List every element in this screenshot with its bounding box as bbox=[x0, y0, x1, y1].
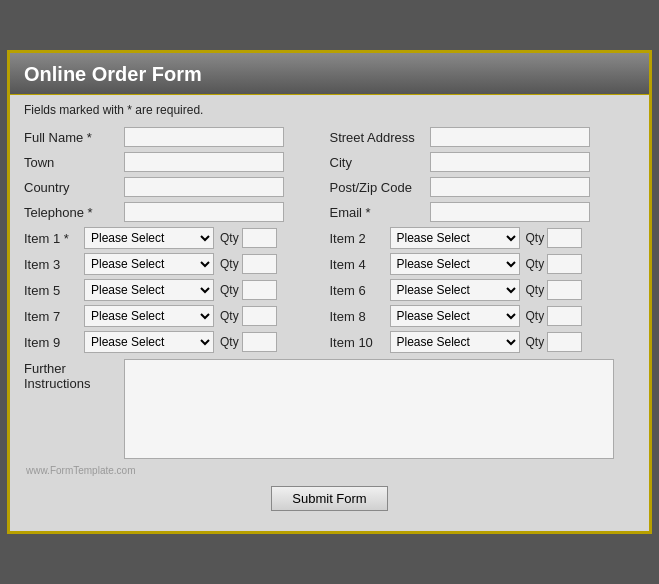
further-instructions-row: Further Instructions bbox=[24, 359, 635, 459]
item-select-9[interactable]: Please Select bbox=[84, 331, 214, 353]
item-col-6: Item 6Please SelectQty bbox=[330, 279, 636, 301]
col-town: Town bbox=[24, 152, 330, 172]
form-header: Online Order Form bbox=[10, 53, 649, 95]
item-label-6: Item 6 bbox=[330, 283, 390, 298]
city-input[interactable] bbox=[430, 152, 590, 172]
item-select-7[interactable]: Please Select bbox=[84, 305, 214, 327]
qty-label-8: Qty bbox=[526, 309, 545, 323]
col-postzip: Post/Zip Code bbox=[330, 177, 636, 197]
item-col-5: Item 5Please SelectQty bbox=[24, 279, 330, 301]
telephone-input[interactable] bbox=[124, 202, 284, 222]
required-note: Fields marked with * are required. bbox=[24, 103, 635, 117]
item-label-8: Item 8 bbox=[330, 309, 390, 324]
telephone-label: Telephone * bbox=[24, 205, 124, 220]
town-label: Town bbox=[24, 155, 124, 170]
postzip-label: Post/Zip Code bbox=[330, 180, 430, 195]
col-telephone: Telephone * bbox=[24, 202, 330, 222]
item-label-10: Item 10 bbox=[330, 335, 390, 350]
qty-label-4: Qty bbox=[526, 257, 545, 271]
page-title: Online Order Form bbox=[24, 63, 635, 86]
qty-label-9: Qty bbox=[220, 335, 239, 349]
item-row-2: Item 3Please SelectQtyItem 4Please Selec… bbox=[24, 253, 635, 275]
qty-input-9[interactable] bbox=[242, 332, 277, 352]
further-instructions-textarea[interactable] bbox=[124, 359, 614, 459]
qty-label-2: Qty bbox=[526, 231, 545, 245]
qty-input-4[interactable] bbox=[547, 254, 582, 274]
qty-label-6: Qty bbox=[526, 283, 545, 297]
qty-input-6[interactable] bbox=[547, 280, 582, 300]
fullname-label: Full Name * bbox=[24, 130, 124, 145]
item-select-3[interactable]: Please Select bbox=[84, 253, 214, 275]
fullname-input[interactable] bbox=[124, 127, 284, 147]
street-label: Street Address bbox=[330, 130, 430, 145]
qty-input-2[interactable] bbox=[547, 228, 582, 248]
city-label: City bbox=[330, 155, 430, 170]
item-select-4[interactable]: Please Select bbox=[390, 253, 520, 275]
item-row-3: Item 5Please SelectQtyItem 6Please Selec… bbox=[24, 279, 635, 301]
qty-label-3: Qty bbox=[220, 257, 239, 271]
qty-label-7: Qty bbox=[220, 309, 239, 323]
row-country-postzip: Country Post/Zip Code bbox=[24, 177, 635, 197]
col-email: Email * bbox=[330, 202, 636, 222]
item-col-8: Item 8Please SelectQty bbox=[330, 305, 636, 327]
qty-label-5: Qty bbox=[220, 283, 239, 297]
item-col-2: Item 2Please SelectQty bbox=[330, 227, 636, 249]
row-telephone-email: Telephone * Email * bbox=[24, 202, 635, 222]
item-select-1[interactable]: Please Select bbox=[84, 227, 214, 249]
email-input[interactable] bbox=[430, 202, 590, 222]
further-instructions-label: Further Instructions bbox=[24, 361, 124, 391]
item-row-1: Item 1 *Please SelectQtyItem 2Please Sel… bbox=[24, 227, 635, 249]
item-select-8[interactable]: Please Select bbox=[390, 305, 520, 327]
qty-input-3[interactable] bbox=[242, 254, 277, 274]
item-select-2[interactable]: Please Select bbox=[390, 227, 520, 249]
item-col-4: Item 4Please SelectQty bbox=[330, 253, 636, 275]
qty-label-10: Qty bbox=[526, 335, 545, 349]
col-street: Street Address bbox=[330, 127, 636, 147]
item-select-5[interactable]: Please Select bbox=[84, 279, 214, 301]
town-input[interactable] bbox=[124, 152, 284, 172]
item-select-10[interactable]: Please Select bbox=[390, 331, 520, 353]
country-input[interactable] bbox=[124, 177, 284, 197]
item-col-1: Item 1 *Please SelectQty bbox=[24, 227, 330, 249]
item-select-6[interactable]: Please Select bbox=[390, 279, 520, 301]
postzip-input[interactable] bbox=[430, 177, 590, 197]
item-label-9: Item 9 bbox=[24, 335, 84, 350]
qty-input-10[interactable] bbox=[547, 332, 582, 352]
watermark: www.FormTemplate.com bbox=[24, 465, 635, 476]
submit-row: Submit Form bbox=[24, 480, 635, 521]
item-label-3: Item 3 bbox=[24, 257, 84, 272]
item-row-5: Item 9Please SelectQtyItem 10Please Sele… bbox=[24, 331, 635, 353]
col-country: Country bbox=[24, 177, 330, 197]
row-fullname-street: Full Name * Street Address bbox=[24, 127, 635, 147]
row-town-city: Town City bbox=[24, 152, 635, 172]
item-label-5: Item 5 bbox=[24, 283, 84, 298]
item-col-9: Item 9Please SelectQty bbox=[24, 331, 330, 353]
form-container: Online Order Form Fields marked with * a… bbox=[7, 50, 652, 534]
qty-label-1: Qty bbox=[220, 231, 239, 245]
submit-button[interactable]: Submit Form bbox=[271, 486, 387, 511]
street-input[interactable] bbox=[430, 127, 590, 147]
item-col-3: Item 3Please SelectQty bbox=[24, 253, 330, 275]
item-col-7: Item 7Please SelectQty bbox=[24, 305, 330, 327]
col-city: City bbox=[330, 152, 636, 172]
qty-input-8[interactable] bbox=[547, 306, 582, 326]
qty-input-5[interactable] bbox=[242, 280, 277, 300]
item-row-4: Item 7Please SelectQtyItem 8Please Selec… bbox=[24, 305, 635, 327]
item-col-10: Item 10Please SelectQty bbox=[330, 331, 636, 353]
item-label-1: Item 1 * bbox=[24, 231, 84, 246]
items-container: Item 1 *Please SelectQtyItem 2Please Sel… bbox=[24, 227, 635, 353]
email-label: Email * bbox=[330, 205, 430, 220]
country-label: Country bbox=[24, 180, 124, 195]
qty-input-7[interactable] bbox=[242, 306, 277, 326]
qty-input-1[interactable] bbox=[242, 228, 277, 248]
item-label-7: Item 7 bbox=[24, 309, 84, 324]
item-label-2: Item 2 bbox=[330, 231, 390, 246]
col-fullname: Full Name * bbox=[24, 127, 330, 147]
form-body: Fields marked with * are required. Full … bbox=[10, 95, 649, 531]
item-label-4: Item 4 bbox=[330, 257, 390, 272]
